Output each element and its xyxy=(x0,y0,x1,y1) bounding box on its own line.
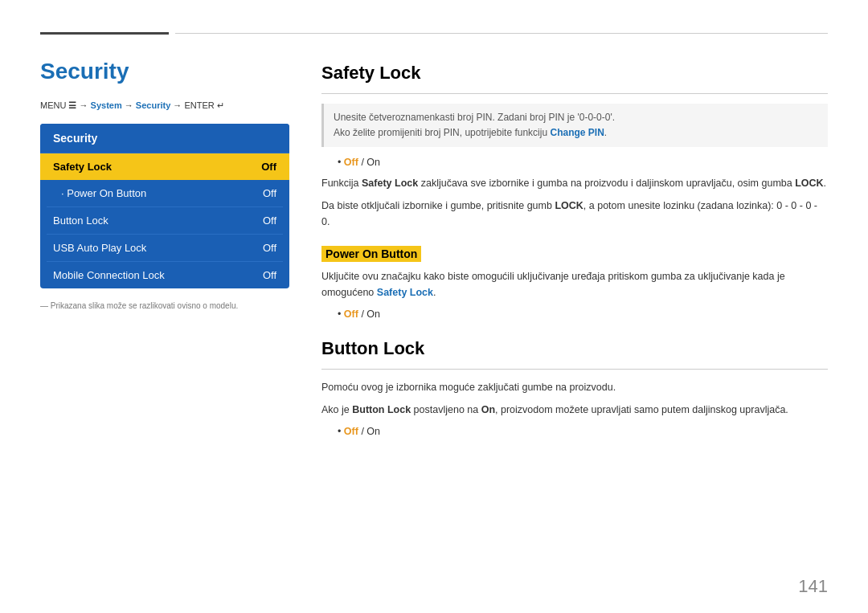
menu-panel-title: Security xyxy=(40,124,289,153)
on-ref: On xyxy=(481,404,495,415)
menu-item-mobile-lock[interactable]: Mobile Connection Lock Off xyxy=(40,262,289,288)
menu-item-power-on-button[interactable]: · Power On Button Off xyxy=(40,180,289,206)
safety-lock-title: Safety Lock xyxy=(321,63,828,84)
menu-item-mobile-label: Mobile Connection Lock xyxy=(53,269,165,281)
note-text: — Prikazana slika može se razlikovati ov… xyxy=(40,301,289,310)
menu-item-power-on-value: Off xyxy=(263,187,276,199)
menu-item-usb-label: USB Auto Play Lock xyxy=(53,242,146,254)
change-pin-link[interactable]: Change PIN xyxy=(550,127,604,138)
safety-lock-divider xyxy=(321,93,828,94)
info-line2: Ako želite promijeniti broj PIN, upotrij… xyxy=(334,127,607,138)
safety-lock-ref: Safety Lock xyxy=(362,178,418,189)
button-lock-ref: Button Lock xyxy=(352,404,411,415)
menu-item-safety-lock-value: Off xyxy=(261,161,276,173)
section-power-on-button: Power On Button Uključite ovu značajku k… xyxy=(321,246,828,322)
page-title: Security xyxy=(40,59,289,84)
page-number: 141 xyxy=(798,576,828,597)
safety-lock-info: Unesite četveroznamenkasti broj PIN. Zad… xyxy=(321,104,828,147)
menu-item-usb-auto-play[interactable]: USB Auto Play Lock Off xyxy=(40,235,289,261)
menu-item-mobile-value: Off xyxy=(263,269,276,281)
power-on-button-title: Power On Button xyxy=(321,246,421,262)
section-button-lock: Button Lock Pomoću ovog je izbornika mog… xyxy=(321,338,828,439)
top-decoration xyxy=(40,32,828,35)
breadcrumb-prefix: MENU xyxy=(40,100,68,110)
lock-ref2: LOCK xyxy=(555,200,583,211)
menu-item-power-on-label: · Power On Button xyxy=(53,187,146,199)
info-line1: Unesite četveroznamenkasti broj PIN. Zad… xyxy=(334,112,615,123)
menu-item-button-lock-label: Button Lock xyxy=(53,215,108,227)
menu-panel: Security Safety Lock Off · Power On Butt… xyxy=(40,124,289,288)
menu-item-button-lock[interactable]: Button Lock Off xyxy=(40,207,289,234)
safety-lock-ref2: Safety Lock xyxy=(377,287,433,298)
right-column: Safety Lock Unesite četveroznamenkasti b… xyxy=(321,59,828,589)
section-safety-lock: Safety Lock Unesite četveroznamenkasti b… xyxy=(321,63,828,230)
menu-item-safety-lock[interactable]: Safety Lock Off xyxy=(40,153,289,180)
menu-item-button-lock-value: Off xyxy=(263,215,276,227)
button-lock-title: Button Lock xyxy=(321,338,828,359)
button-lock-divider xyxy=(321,369,828,370)
off-label3: Off xyxy=(344,426,358,437)
left-column: Security MENU ☰ → System → Security → EN… xyxy=(40,59,289,589)
breadcrumb: MENU ☰ → System → Security → ENTER ↵ xyxy=(40,100,289,111)
breadcrumb-path: → System → Security → ENTER ↵ xyxy=(76,100,223,110)
menu-item-usb-value: Off xyxy=(263,242,276,254)
off-label: Off xyxy=(344,157,358,168)
lock-ref: LOCK xyxy=(795,178,823,189)
button-lock-body1: Pomoću ovog je izbornika moguće zaključa… xyxy=(321,379,828,395)
safety-lock-body2: Da biste otključali izbornike i gumbe, p… xyxy=(321,198,828,230)
safety-lock-bullet: Off / On xyxy=(338,155,828,170)
button-lock-bullet: Off / On xyxy=(338,424,828,439)
power-on-bullet: Off / On xyxy=(338,307,828,322)
power-on-body1: Uključite ovu značajku kako biste omoguć… xyxy=(321,268,828,300)
safety-lock-body1: Funkcija Safety Lock zaključava sve izbo… xyxy=(321,175,828,191)
menu-item-safety-lock-label: Safety Lock xyxy=(53,161,112,173)
button-lock-body2: Ako je Button Lock postavljeno na On, pr… xyxy=(321,402,828,418)
off-label2: Off xyxy=(344,309,358,320)
